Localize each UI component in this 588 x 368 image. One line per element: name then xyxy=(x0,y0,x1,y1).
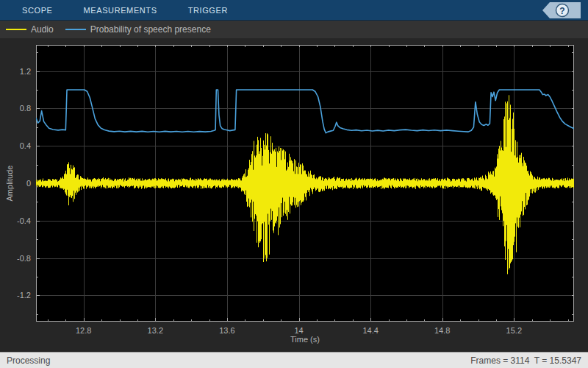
toolbar: SCOPE MEASUREMENTS TRIGGER ? xyxy=(0,0,588,21)
status-processing: Processing xyxy=(7,355,50,366)
help-icon: ? xyxy=(559,6,564,16)
audio-line-swatch xyxy=(6,29,26,30)
probability-line-swatch xyxy=(65,29,86,30)
legend-label-audio: Audio xyxy=(31,24,54,35)
tab-measurements[interactable]: MEASUREMENTS xyxy=(84,0,157,21)
x-tick-label: 13.6 xyxy=(212,326,242,335)
help-button[interactable]: ? xyxy=(542,2,581,18)
y-tick-label: -1.2 xyxy=(4,291,31,300)
x-tick-label: 14.4 xyxy=(356,326,385,335)
legend-bar: Audio Probability of speech presence xyxy=(0,21,588,38)
legend-item-probability[interactable]: Probability of speech presence xyxy=(65,24,211,35)
tab-trigger[interactable]: TRIGGER xyxy=(188,0,228,21)
y-tick-label: 0.8 xyxy=(4,104,31,113)
y-tick-label: -0.4 xyxy=(4,216,31,225)
status-frames-time: Frames = 3114 T = 15.5347 xyxy=(470,355,581,366)
legend-item-audio[interactable]: Audio xyxy=(6,24,54,35)
tab-scope[interactable]: SCOPE xyxy=(22,0,53,21)
x-tick-label: 14 xyxy=(284,326,314,335)
status-bar: Processing Frames = 3114 T = 15.5347 xyxy=(0,352,588,368)
y-tick-label: 1.2 xyxy=(4,67,31,76)
scope-canvas[interactable] xyxy=(36,45,574,322)
x-axis-title: Time (s) xyxy=(261,335,349,344)
x-tick-label: 12.8 xyxy=(69,326,98,335)
plot-area: Amplitude Time (s) 12.813.213.61414.414.… xyxy=(0,38,588,352)
y-tick-label: 0 xyxy=(4,179,31,188)
y-tick-label: -0.8 xyxy=(4,254,31,263)
legend-label-probability: Probability of speech presence xyxy=(90,24,211,35)
x-tick-label: 15.2 xyxy=(499,326,528,335)
x-tick-label: 13.2 xyxy=(140,326,170,335)
x-tick-label: 14.8 xyxy=(428,326,457,335)
y-tick-label: 0.4 xyxy=(4,141,31,150)
